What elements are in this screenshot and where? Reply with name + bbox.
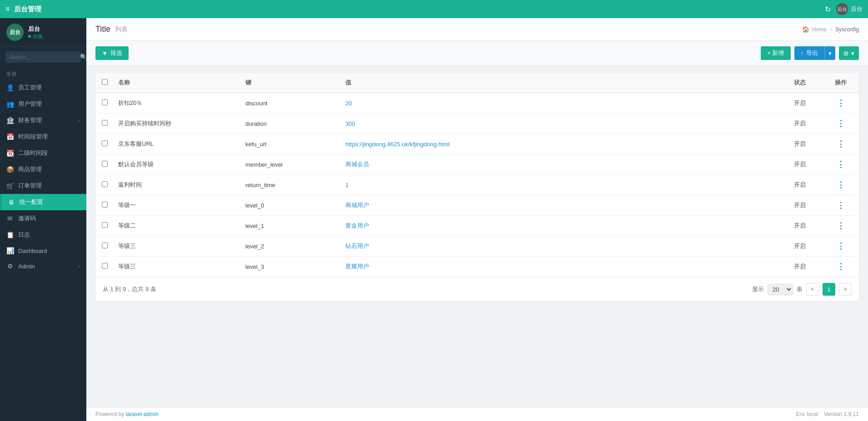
- value-link[interactable]: https://jingdong.4625.uk/kfjingdong.html: [345, 141, 449, 148]
- sidebar-item-logs[interactable]: 📋 日志: [0, 227, 86, 243]
- sidebar-item-label: 统一配置: [20, 198, 80, 206]
- action-menu-button[interactable]: ⋮: [835, 99, 847, 108]
- add-button[interactable]: + 新增: [761, 46, 790, 60]
- value-link[interactable]: 钻石用户: [345, 243, 369, 249]
- content: 名称 键 值 状态 操作 折扣20％ discount 20: [86, 66, 868, 407]
- row-checkbox[interactable]: [102, 243, 108, 248]
- cell-value: https://jingdong.4625.uk/kfjingdong.html: [341, 134, 777, 154]
- cell-key: level_2: [241, 236, 341, 257]
- value-link[interactable]: 商城会员: [345, 161, 369, 168]
- dashboard-icon: 📊: [6, 247, 14, 254]
- action-menu-button[interactable]: ⋮: [835, 221, 847, 230]
- action-menu-button[interactable]: ⋮: [835, 119, 847, 128]
- home-icon: 🏠: [802, 26, 809, 33]
- sidebar-item-users[interactable]: 👥 用户管理: [0, 96, 86, 112]
- brand-avatar: 后台: [6, 24, 24, 41]
- columns-button[interactable]: ⊞ ▾: [839, 46, 859, 60]
- brand-name: 后台: [28, 25, 43, 33]
- table-row: 等级三 level_3 星耀用户 开启 ⋮: [95, 257, 859, 277]
- value-link[interactable]: 300: [345, 120, 355, 127]
- laravel-admin-link[interactable]: laravel-admin: [126, 411, 159, 417]
- value-link[interactable]: 1: [345, 182, 349, 188]
- export-dropdown-button[interactable]: ▾: [824, 46, 835, 60]
- cell-status: 开启: [777, 154, 823, 175]
- page-header: Title 列表 🏠 Home > Sysconfig: [86, 18, 868, 41]
- cell-name: 等级一: [114, 195, 241, 216]
- avatar: 后台: [836, 3, 848, 15]
- chevron-down-icon: ▾: [828, 50, 832, 57]
- row-checkbox[interactable]: [102, 161, 108, 167]
- action-menu-button[interactable]: ⋮: [835, 262, 847, 271]
- admin-icon: ⚙: [6, 263, 14, 270]
- action-menu-button[interactable]: ⋮: [835, 180, 847, 189]
- logs-icon: 📋: [6, 231, 14, 238]
- table-row: 开启购买持续时间秒 duration 300 开启 ⋮: [95, 114, 859, 134]
- sidebar-item-sysconfig[interactable]: 🖥 统一配置: [0, 194, 86, 210]
- row-checkbox-cell: [95, 216, 114, 236]
- next-page-button[interactable]: >: [839, 283, 852, 296]
- users-icon: 👥: [6, 100, 14, 108]
- row-checkbox[interactable]: [102, 181, 108, 187]
- row-checkbox[interactable]: [102, 222, 108, 228]
- cell-action: ⋮: [823, 154, 859, 175]
- table-row: 京东客服URL kefu_url https://jingdong.4625.u…: [95, 134, 859, 154]
- action-menu-button[interactable]: ⋮: [835, 201, 847, 210]
- row-checkbox[interactable]: [102, 140, 108, 146]
- value-link[interactable]: 星耀用户: [345, 263, 369, 270]
- footer-left: Powered by laravel-admin: [95, 411, 159, 417]
- export-button[interactable]: ↑ 导出: [794, 46, 825, 60]
- cell-name: 默认会员等级: [114, 154, 241, 175]
- sidebar-item-label: Admin: [18, 263, 74, 270]
- value-link[interactable]: 商城用户: [345, 202, 369, 208]
- version-label: Version: [824, 411, 842, 417]
- sidebar-item-orders[interactable]: 🛒 订单管理: [0, 178, 86, 194]
- hamburger-icon[interactable]: ≡: [5, 5, 10, 13]
- sidebar-item-dashboard[interactable]: 📊 Dashboard: [0, 243, 86, 258]
- sidebar-item-admin[interactable]: ⚙ Admin ›: [0, 258, 86, 274]
- timeslot-icon: 📅: [6, 133, 14, 140]
- top-bar-left: ≡ 后台管理: [5, 5, 41, 14]
- sidebar-item-goods[interactable]: 📦 商品管理: [0, 161, 86, 178]
- row-checkbox[interactable]: [102, 99, 108, 105]
- user-menu[interactable]: 后台 后台: [836, 3, 863, 15]
- status-badge: 开启: [794, 263, 806, 270]
- sidebar-item-finance[interactable]: 🏦 财务管理 ›: [0, 112, 86, 129]
- cell-name: 等级三: [114, 257, 241, 277]
- upload-icon: ↑: [801, 50, 804, 57]
- breadcrumb-home[interactable]: Home: [812, 26, 827, 33]
- row-checkbox[interactable]: [102, 202, 108, 208]
- value-link[interactable]: 20: [345, 100, 352, 107]
- action-menu-button[interactable]: ⋮: [835, 242, 847, 251]
- row-checkbox[interactable]: [102, 120, 108, 126]
- page-size-select[interactable]: 20 50 100: [768, 284, 793, 295]
- cell-action: ⋮: [823, 175, 859, 195]
- row-checkbox[interactable]: [102, 263, 108, 269]
- sidebar-item-timeslot2[interactable]: 📆 二级时间段: [0, 145, 86, 161]
- powered-by-text: Powered by: [95, 411, 124, 417]
- sidebar-item-timeslot[interactable]: 📅 时间段管理: [0, 129, 86, 145]
- sidebar-item-invite[interactable]: ✉ 邀请码: [0, 210, 86, 227]
- current-page: 1: [823, 283, 835, 296]
- filter-button[interactable]: ▼ 筛选: [95, 46, 129, 60]
- action-menu-button[interactable]: ⋮: [835, 160, 847, 169]
- main: Title 列表 🏠 Home > Sysconfig ▼ 筛选 + 新增: [86, 18, 868, 421]
- cell-status: 开启: [777, 93, 823, 114]
- value-link[interactable]: 黄金用户: [345, 222, 369, 229]
- action-menu-button[interactable]: ⋮: [835, 139, 847, 149]
- refresh-icon[interactable]: ↻: [825, 5, 831, 14]
- table-row: 等级三 level_2 钻石用户 开启 ⋮: [95, 236, 859, 257]
- sidebar-section-label: 常用: [0, 67, 86, 79]
- search-input[interactable]: [9, 54, 77, 60]
- cell-action: ⋮: [823, 195, 859, 216]
- cell-key: level_3: [241, 257, 341, 277]
- sidebar-item-label: 日志: [18, 231, 80, 239]
- prev-page-button[interactable]: <: [806, 283, 819, 296]
- cell-status: 开启: [777, 195, 823, 216]
- sidebar-item-staff[interactable]: 👤 员工管理: [0, 79, 86, 96]
- cell-status: 开启: [777, 114, 823, 134]
- th-value: 值: [341, 73, 777, 93]
- cell-status: 开启: [777, 257, 823, 277]
- th-checkbox: [95, 73, 114, 93]
- toolbar: ▼ 筛选 + 新增 ↑ 导出 ▾ ⊞ ▾: [86, 41, 868, 66]
- select-all-checkbox[interactable]: [102, 79, 108, 85]
